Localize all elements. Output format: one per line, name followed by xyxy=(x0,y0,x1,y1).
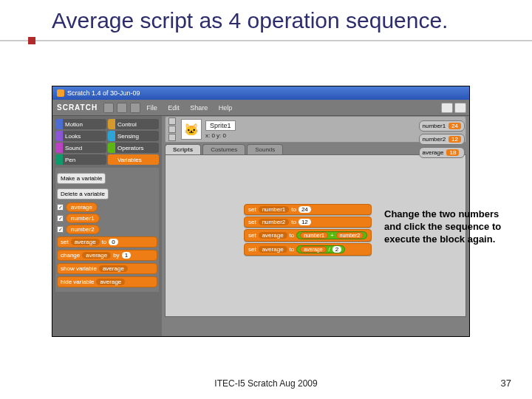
scratch-icon xyxy=(57,89,64,97)
save-icon[interactable] xyxy=(117,103,127,113)
block-change[interactable]: change average by 1 xyxy=(57,250,157,261)
checkbox[interactable]: ✓ xyxy=(57,204,64,211)
rot-free-icon[interactable] xyxy=(168,117,176,125)
operator-div[interactable]: average / 2 xyxy=(296,245,345,253)
tab-sounds[interactable]: Sounds xyxy=(247,144,283,154)
cat-operators[interactable]: Operators xyxy=(108,143,159,153)
toolbar: SCRATCH File Edit Share Help xyxy=(52,100,469,116)
accent-square xyxy=(28,37,35,44)
cat-pen[interactable]: Pen xyxy=(55,154,106,165)
scratch-logo: SCRATCH xyxy=(52,103,102,112)
footer-text: ITEC-I5 Scratch Aug 2009 xyxy=(0,378,532,389)
page-number: 37 xyxy=(501,378,511,389)
readout-average[interactable]: average18 xyxy=(419,147,465,158)
block-palette: Motion Control Looks Sensing Sound Opera… xyxy=(52,116,162,336)
script-block-2[interactable]: setnumber2to12 xyxy=(244,216,372,228)
readout-number1[interactable]: number124 xyxy=(419,120,465,132)
menu-file[interactable]: File xyxy=(146,104,157,112)
operator-plus[interactable]: number1 + number2 xyxy=(296,231,367,239)
menu-help[interactable]: Help xyxy=(219,104,233,112)
sprite-coords: x: 0 y: 0 xyxy=(205,132,226,139)
stage-full-icon[interactable] xyxy=(454,103,466,113)
script-block-4[interactable]: setaverageto average / 2 xyxy=(244,243,372,256)
callout-text: Change the two numbers and click the seq… xyxy=(384,208,508,246)
checkbox[interactable]: ✓ xyxy=(57,226,64,233)
menu-bar: File Edit Share Help xyxy=(142,104,236,112)
cat-motion[interactable]: Motion xyxy=(55,119,106,129)
title-divider xyxy=(0,40,532,41)
script-block-3[interactable]: setaverageto number1 + number2 xyxy=(244,229,372,242)
block-set[interactable]: set average to 0 xyxy=(57,236,157,248)
stage-small-icon[interactable] xyxy=(441,103,453,113)
delete-variable-button[interactable]: Delete a variable xyxy=(57,188,109,200)
variable-readouts: number124 number212 average18 xyxy=(419,120,465,158)
make-variable-button[interactable]: Make a variable xyxy=(57,173,106,184)
cat-looks[interactable]: Looks xyxy=(55,131,106,141)
block-hide-var[interactable]: hide variable average xyxy=(57,276,157,287)
slide-title: Average script as 4 operation sequence. xyxy=(0,0,532,40)
globe-icon[interactable] xyxy=(103,103,114,113)
var-number2[interactable]: number2 xyxy=(66,225,100,234)
rot-lr-icon[interactable] xyxy=(168,126,176,133)
tab-scripts[interactable]: Scripts xyxy=(165,144,201,154)
tab-costumes[interactable]: Costumes xyxy=(202,144,245,154)
rot-none-icon[interactable] xyxy=(168,134,176,141)
cat-control[interactable]: Control xyxy=(108,119,159,129)
stage-controls xyxy=(441,103,466,113)
cat-variables[interactable]: Variables xyxy=(108,154,159,165)
menu-edit[interactable]: Edit xyxy=(168,104,180,112)
cat-sound[interactable]: Sound xyxy=(55,143,106,153)
checkbox[interactable]: ✓ xyxy=(57,215,64,222)
open-icon[interactable] xyxy=(130,103,140,113)
script-block-1[interactable]: setnumber1to24 xyxy=(244,204,372,215)
cat-sensing[interactable]: Sensing xyxy=(108,131,159,141)
var-average[interactable]: average xyxy=(66,202,98,212)
var-number1[interactable]: number1 xyxy=(66,214,100,223)
menu-share[interactable]: Share xyxy=(190,104,208,112)
block-show-var[interactable]: show variable average xyxy=(57,263,157,274)
sprite-thumbnail: 🐱 xyxy=(181,119,202,140)
readout-number2[interactable]: number212 xyxy=(419,134,465,145)
sprite-name-field[interactable]: Sprite1 xyxy=(205,120,236,131)
window-title: Scratch 1.4 of 30-Jun-09 xyxy=(67,89,140,97)
window-titlebar: Scratch 1.4 of 30-Jun-09 xyxy=(52,86,469,100)
